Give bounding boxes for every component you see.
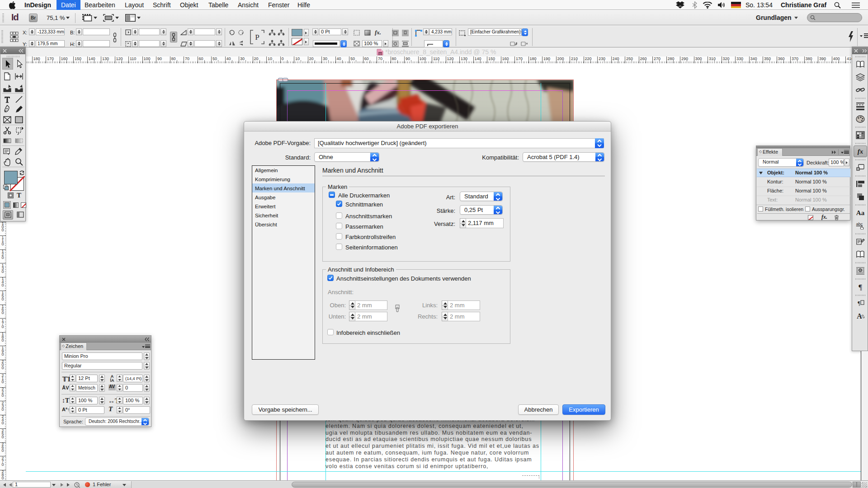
svg-text:¶: ¶ xyxy=(858,300,860,306)
svg-text:¶: ¶ xyxy=(859,283,862,291)
svg-text:A: A xyxy=(857,312,862,320)
svg-text:ÅV: ÅV xyxy=(62,385,69,390)
svg-text:P: P xyxy=(255,33,259,42)
svg-text:fx: fx xyxy=(858,148,863,155)
svg-text:ĺA: ĺA xyxy=(110,378,115,382)
svg-text:Aa: Aa xyxy=(856,209,865,216)
svg-text:Id: Id xyxy=(379,52,381,55)
